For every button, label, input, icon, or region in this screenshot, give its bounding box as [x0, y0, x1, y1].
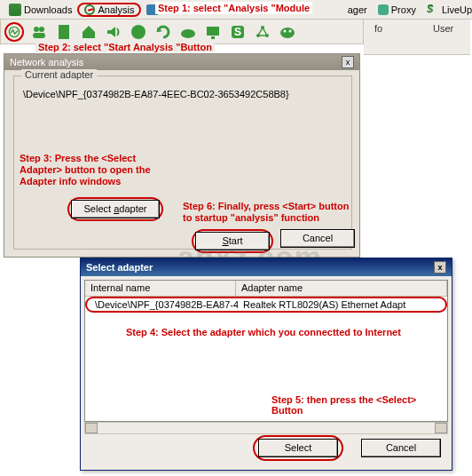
current-adapter-group: Current adapter \Device\NPF_{0374982B-EA… [13, 75, 352, 250]
svg-point-14 [280, 28, 295, 38]
select-adapter-button[interactable]: Select adapter [71, 200, 160, 218]
annotation-step4: Step 4: Select the adapter which you con… [126, 327, 401, 337]
svg-rect-8 [211, 36, 215, 39]
toolbar-paint-icon[interactable] [278, 22, 297, 42]
toolbar-monitor-icon[interactable] [203, 22, 223, 42]
svg-point-6 [181, 29, 195, 38]
dialog-title: Select adapter [86, 262, 153, 273]
toolbar-sound-icon[interactable] [104, 22, 123, 42]
dialog-titlebar[interactable]: Select adapter x [81, 258, 452, 276]
toolbar-network-icon[interactable] [253, 22, 272, 42]
annotation-step6: Step 6: Finally, press <Start> button to… [183, 201, 351, 224]
panel-title: Network analysis [10, 57, 83, 67]
annotation-step1: Step 1: select "Analysis "Module [155, 2, 312, 14]
cell-adapter: Realtek RTL8029(AS) Ethernet Adapt [238, 298, 445, 312]
panel-close-button[interactable]: x [342, 56, 354, 68]
cancel-button[interactable]: Cancel [280, 229, 355, 248]
panel-titlebar: Network analysis x [4, 54, 359, 70]
toolbar-refresh-icon[interactable] [153, 22, 173, 42]
module-analysis[interactable]: Analysis [77, 3, 141, 17]
select-adapter-dialog: Select adapter x Internal name Adapter n… [80, 258, 452, 471]
annotation-step2: Step 2: select "Start Analysis "Button [35, 42, 215, 52]
start-highlight: Start [192, 229, 273, 253]
dialog-close-button[interactable]: x [434, 261, 446, 274]
svg-point-1 [34, 27, 39, 32]
toolbar-home-icon[interactable] [79, 22, 98, 42]
action-toolbar: S [0, 20, 364, 44]
info-user: User [433, 23, 453, 34]
download-icon [9, 4, 21, 16]
start-analysis-button[interactable] [4, 22, 24, 42]
svg-point-2 [39, 27, 44, 32]
network-analysis-panel: Network analysis x Current adapter \Devi… [4, 53, 360, 258]
module-label: Downloads [24, 4, 72, 15]
module-label: Analysis [98, 4, 134, 15]
cell-internal: \Device\NPF_{0374982B-EA87-4EEC-... [87, 298, 238, 312]
h-scrollbar[interactable] [84, 422, 448, 434]
right-info-panel: fo User [364, 20, 470, 55]
scroll-right-button[interactable] [435, 423, 447, 433]
svg-point-15 [284, 29, 287, 32]
analysis-icon [84, 4, 95, 15]
module-proxy[interactable]: Proxy [373, 3, 421, 17]
svg-point-16 [289, 29, 292, 32]
start-button[interactable]: Start [195, 232, 270, 250]
cancel-wrap: Cancel [280, 229, 355, 248]
svg-text:S: S [234, 26, 241, 38]
select-highlight: Select [253, 435, 343, 461]
toolbar-s-icon[interactable]: S [228, 22, 248, 42]
svg-point-5 [131, 25, 146, 39]
cell-internal-text: \Device\NPF_{0374982B-EA87-4EEC-... [95, 299, 238, 310]
info-fo: fo [374, 23, 382, 34]
annotation-step5: Step 5: then press the <Select> Button [271, 394, 447, 416]
module-label: Proxy [391, 4, 416, 15]
dialog-button-row: Select Cancel [253, 435, 441, 461]
proxy-icon [378, 4, 389, 15]
table-header: Internal name Adapter name [85, 281, 447, 297]
module-liveupdate[interactable]: $ LiveUpdate [421, 2, 472, 18]
select-button[interactable]: Select [258, 439, 338, 457]
group-legend: Current adapter [21, 69, 97, 80]
toolbar-people-icon[interactable] [29, 22, 49, 42]
col-adapter-name[interactable]: Adapter name [236, 281, 447, 296]
toolbar-cloud-icon[interactable] [178, 22, 198, 42]
module-label: ager [348, 4, 367, 15]
liveupdate-icon: $ [427, 4, 439, 16]
adapter-table: Internal name Adapter name \Device\NPF_{… [84, 280, 448, 422]
dialog-body: Internal name Adapter name \Device\NPF_{… [81, 276, 452, 470]
module-toolbar: Downloads Analysis P Step 1: select "Ana… [0, 0, 472, 20]
toolbar-globe-icon[interactable] [129, 22, 148, 42]
col-internal-name[interactable]: Internal name [85, 281, 236, 296]
adapter-path-text: \Device\NPF_{0374982B-EA87-4EEC-BC02-365… [23, 89, 344, 99]
svg-rect-3 [33, 33, 45, 38]
select-adapter-highlight: Select adapter [67, 197, 163, 221]
app-root: Downloads Analysis P Step 1: select "Ana… [0, 0, 472, 476]
module-label: LiveUpdate [442, 4, 472, 15]
scroll-left-button[interactable] [85, 423, 98, 433]
dialog-cancel-button[interactable]: Cancel [361, 439, 441, 457]
module-manager[interactable]: ager [342, 3, 373, 17]
toolbar-doc-icon[interactable] [54, 22, 74, 42]
svg-rect-7 [207, 27, 219, 36]
module-downloads[interactable]: Downloads [4, 2, 77, 18]
table-row[interactable]: \Device\NPF_{0374982B-EA87-4EEC-... Real… [85, 297, 447, 313]
svg-rect-4 [59, 25, 69, 39]
annotation-step3: Step 3: Press the <Select Adapter> butto… [20, 153, 153, 187]
